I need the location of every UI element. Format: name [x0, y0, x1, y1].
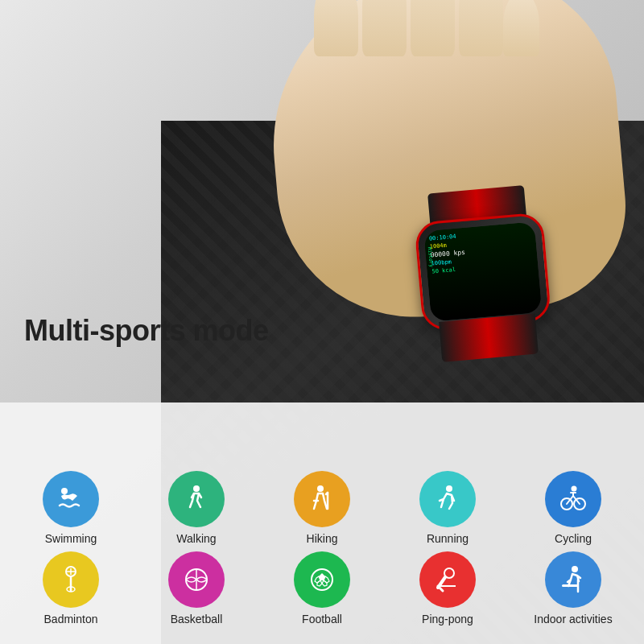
watch-band-bottom	[439, 314, 539, 362]
svg-marker-21	[322, 580, 327, 586]
cycling-icon-circle	[545, 471, 601, 527]
hiking-icon	[306, 483, 338, 515]
svg-point-7	[572, 486, 577, 492]
svg-point-0	[61, 488, 68, 494]
basketball-label: Basketball	[171, 613, 223, 625]
football-icon	[306, 564, 338, 596]
sports-row-2: Badminton Basketball	[8, 551, 636, 625]
svg-marker-20	[317, 580, 322, 586]
badminton-label: Badminton	[44, 613, 98, 625]
running-icon-circle	[419, 471, 476, 527]
finger-2	[362, 0, 407, 56]
svg-point-1	[193, 485, 200, 492]
svg-line-5	[326, 493, 328, 494]
running-icon	[431, 483, 464, 515]
page-title: Multi-sports mode	[24, 314, 269, 348]
indoor-icon-circle	[545, 551, 601, 608]
hiking-icon-circle	[294, 471, 350, 527]
football-label: Football	[302, 613, 342, 625]
walking-icon-circle	[168, 471, 225, 527]
watch-display: History 00:10:04 1004m 00000 kps 100bpm …	[423, 221, 542, 322]
hiking-label: Hiking	[307, 532, 338, 545]
svg-marker-18	[315, 576, 320, 583]
swimming-icon-circle	[43, 471, 99, 527]
swimming-icon	[55, 483, 87, 515]
pingpong-icon-circle	[419, 551, 476, 608]
sport-item-football: Football	[270, 551, 374, 625]
svg-point-6	[446, 485, 452, 492]
sport-item-basketball: Basketball	[144, 551, 249, 625]
sport-item-walking: Walking	[144, 471, 249, 545]
cycling-label: Cycling	[555, 532, 592, 545]
basketball-icon-circle	[168, 551, 225, 608]
sports-row-1: Swimming Walking	[8, 471, 636, 545]
badminton-icon-circle	[43, 551, 99, 608]
sport-item-pingpong: Ping-pong	[395, 551, 500, 625]
pingpong-label: Ping-pong	[422, 613, 473, 625]
finger-3	[411, 0, 455, 56]
watch-screen: History 00:10:04 1004m 00000 kps 100bpm …	[423, 221, 542, 322]
svg-rect-27	[562, 584, 578, 587]
finger-5	[503, 0, 539, 56]
indoor-icon	[557, 564, 589, 596]
sport-item-indoor: Indoor activities	[521, 551, 625, 625]
svg-point-2	[317, 485, 324, 492]
sport-item-swimming: Swimming	[19, 471, 123, 545]
finger-1	[314, 0, 358, 56]
basketball-icon	[180, 564, 213, 596]
svg-marker-19	[324, 576, 329, 583]
sport-item-running: Running	[395, 471, 500, 545]
pingpong-icon	[431, 564, 464, 596]
sport-item-hiking: Hiking	[270, 471, 374, 545]
fingers	[314, 0, 596, 56]
sport-item-badminton: Badminton	[19, 551, 123, 625]
badminton-icon	[55, 564, 87, 596]
swimming-label: Swimming	[45, 532, 97, 545]
finger-4	[459, 0, 503, 56]
running-label: Running	[427, 532, 469, 545]
walking-label: Walking	[176, 532, 216, 545]
smartwatch: History 00:10:04 1004m 00000 kps 100bpm …	[414, 212, 552, 335]
walking-icon	[180, 483, 213, 515]
sport-item-cycling: Cycling	[521, 471, 625, 545]
sports-grid: Swimming Walking	[0, 402, 644, 644]
svg-point-26	[572, 566, 578, 572]
cycling-icon	[557, 483, 589, 515]
indoor-label: Indoor activities	[534, 613, 612, 625]
football-icon-circle	[294, 551, 350, 608]
